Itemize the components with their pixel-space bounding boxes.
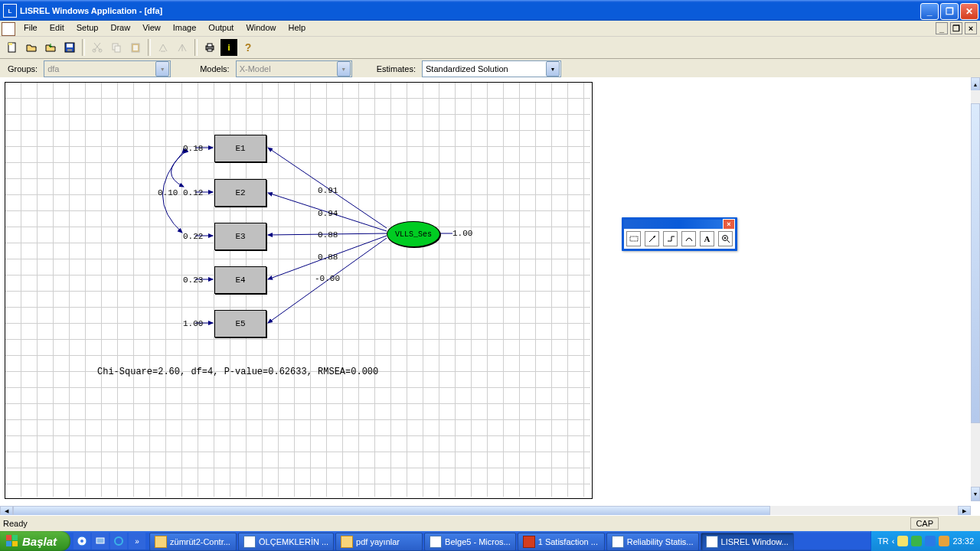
- svg-rect-1: [8, 43, 12, 45]
- run-prelis-button[interactable]: [173, 38, 191, 57]
- menu-view[interactable]: View: [136, 21, 167, 36]
- taskbar-task[interactable]: ÖLÇEMKLERİN ...: [238, 533, 334, 551]
- observed-box[interactable]: E5: [214, 310, 266, 337]
- taskbar: Başlat » zümrüt2-Contr...ÖLÇEMKLERİN ...…: [0, 531, 980, 551]
- windows-logo-icon: [6, 535, 18, 547]
- mdi-restore-button[interactable]: ❐: [950, 22, 962, 34]
- menu-window[interactable]: Window: [240, 21, 282, 36]
- print-button[interactable]: [201, 38, 219, 57]
- taskbar-task[interactable]: 1 Satisfaction ...: [518, 533, 605, 551]
- observed-box[interactable]: E3: [214, 223, 266, 250]
- help-button[interactable]: ?: [239, 38, 257, 57]
- mdi-minimize-button[interactable]: _: [936, 22, 948, 34]
- loading-value: 0.91: [318, 186, 338, 195]
- cut-button[interactable]: [88, 38, 106, 57]
- estimates-value: Standardized Solution: [423, 64, 546, 73]
- text-tool[interactable]: A: [700, 231, 714, 246]
- arrow-tool[interactable]: [645, 231, 659, 246]
- menu-draw[interactable]: Draw: [104, 21, 136, 36]
- palette-close-button[interactable]: ×: [723, 219, 735, 230]
- desktop-icon[interactable]: [92, 533, 109, 549]
- task-label: Reliability Statis...: [627, 537, 694, 546]
- mdi-doc-icon[interactable]: [2, 22, 15, 36]
- error-value: 0.22: [183, 232, 203, 241]
- error-value: 1.00: [183, 319, 203, 328]
- new-button[interactable]: [3, 38, 21, 57]
- clock[interactable]: 23:32: [952, 536, 974, 546]
- ie-icon[interactable]: [110, 533, 127, 549]
- browser-icon[interactable]: [74, 533, 90, 549]
- zoom-tool[interactable]: [718, 231, 733, 246]
- open-button[interactable]: [22, 38, 41, 57]
- menu-file[interactable]: File: [18, 21, 44, 36]
- system-tray[interactable]: TR ‹ 23:32: [871, 531, 980, 551]
- task-icon: [523, 536, 535, 548]
- main-toolbar: i ?: [0, 37, 980, 59]
- error-value: 0.10: [158, 188, 178, 197]
- tray-icon[interactable]: [897, 536, 908, 546]
- observed-box[interactable]: E1: [214, 135, 266, 162]
- path-lines: [5, 83, 590, 497]
- task-label: zümrüt2-Contr...: [170, 537, 230, 546]
- path-tool[interactable]: [663, 231, 678, 246]
- svg-point-36: [115, 537, 122, 545]
- app-icon: L: [3, 4, 17, 18]
- minimize-button[interactable]: _: [920, 3, 939, 20]
- estimates-combo[interactable]: Standardized Solution ▼: [422, 60, 561, 77]
- taskbar-task[interactable]: LISREL Window...: [701, 533, 794, 551]
- save-button[interactable]: [60, 38, 79, 57]
- work-area: E1 E2 E3 E4 E5 VLLS_Ses 0.18 0.10 0.12 0…: [0, 77, 980, 521]
- tray-icon[interactable]: [911, 536, 922, 546]
- menu-setup[interactable]: Setup: [70, 21, 105, 36]
- svg-rect-35: [96, 538, 104, 543]
- task-icon: [243, 536, 256, 548]
- quick-launch-more[interactable]: »: [129, 533, 145, 549]
- import-button[interactable]: [41, 38, 60, 57]
- task-icon: [155, 536, 167, 548]
- svg-rect-4: [67, 49, 72, 51]
- menu-help[interactable]: Help: [283, 21, 312, 36]
- menu-image[interactable]: Image: [167, 21, 203, 36]
- taskbar-task[interactable]: pdf yayınlar: [335, 533, 423, 551]
- copy-button[interactable]: [107, 38, 126, 57]
- status-cap: CAP: [910, 517, 939, 530]
- curve-tool[interactable]: [681, 231, 696, 246]
- drawing-palette[interactable]: × A: [622, 217, 737, 251]
- status-text: Ready: [3, 519, 28, 528]
- observed-box[interactable]: E2: [214, 179, 266, 207]
- vertical-scrollbar[interactable]: ▲ ▼: [971, 77, 980, 501]
- language-indicator[interactable]: TR: [877, 536, 889, 546]
- groups-combo[interactable]: dfa ▼: [44, 60, 171, 77]
- start-button[interactable]: Başlat: [0, 531, 70, 551]
- taskbar-task[interactable]: Reliability Statis...: [606, 533, 699, 551]
- latent-ellipse[interactable]: VLLS_Ses: [387, 221, 440, 247]
- scroll-down-button[interactable]: ▼: [971, 487, 980, 501]
- diagram-canvas[interactable]: E1 E2 E3 E4 E5 VLLS_Ses 0.18 0.10 0.12 0…: [5, 82, 593, 499]
- loading-value: -0.00: [315, 274, 340, 283]
- chevron-down-icon: ▼: [546, 61, 560, 77]
- taskbar-task[interactable]: zümrüt2-Contr...: [149, 533, 237, 551]
- tray-icon[interactable]: [925, 536, 936, 546]
- fit-statistics: Chi-Square=2.60, df=4, P-value=0.62633, …: [97, 367, 378, 377]
- options-bar: Groups: dfa ▼ Models: X-Model ▼ Estimate…: [0, 59, 980, 80]
- run-lisrel-button[interactable]: [154, 38, 172, 57]
- tray-icon[interactable]: [939, 536, 949, 546]
- info-button[interactable]: i: [220, 38, 238, 57]
- close-button[interactable]: ✕: [960, 3, 978, 20]
- palette-titlebar[interactable]: ×: [624, 220, 735, 229]
- menu-edit[interactable]: Edit: [44, 21, 70, 36]
- observed-box[interactable]: E4: [214, 266, 266, 294]
- status-bar: Ready CAP: [0, 515, 980, 531]
- paste-button[interactable]: [126, 38, 145, 57]
- menu-output[interactable]: Output: [202, 21, 240, 36]
- scroll-thumb[interactable]: [971, 103, 980, 423]
- maximize-button[interactable]: ❐: [940, 3, 959, 20]
- taskbar-task[interactable]: Belge5 - Micros...: [424, 533, 516, 551]
- svg-rect-12: [207, 44, 212, 47]
- loading-value: 0.88: [318, 253, 338, 262]
- latent-fix-value: 1.00: [452, 229, 472, 238]
- mdi-close-button[interactable]: ×: [965, 22, 977, 34]
- menu-bar: File Edit Setup Draw View Image Output W…: [0, 21, 980, 37]
- select-tool[interactable]: [626, 231, 641, 246]
- models-combo[interactable]: X-Model ▼: [236, 60, 352, 77]
